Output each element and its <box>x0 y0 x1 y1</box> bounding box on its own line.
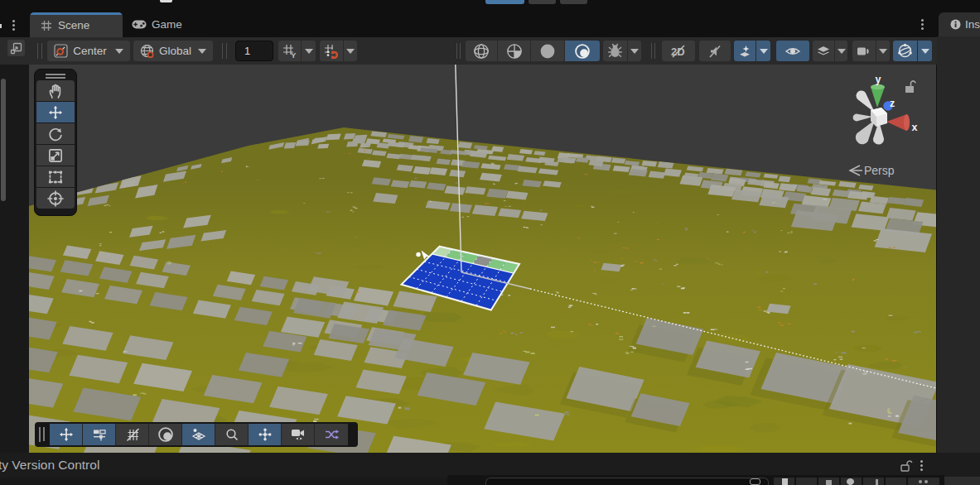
svg-text:y: y <box>876 74 881 85</box>
svg-text:z: z <box>890 98 895 109</box>
svg-text:Y: Y <box>291 50 297 59</box>
svg-text:Persp: Persp <box>864 164 895 177</box>
svg-text:x: x <box>912 122 918 133</box>
